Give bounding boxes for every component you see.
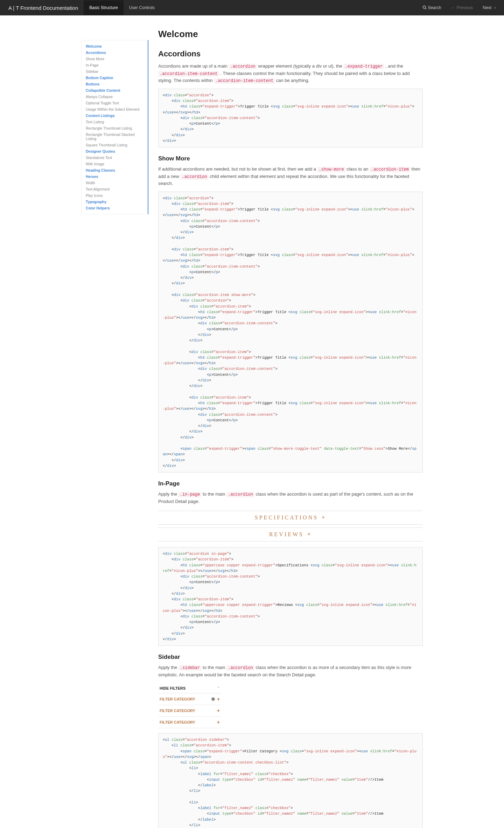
demo-row-specifications[interactable]: SPECIFICATIONS+ — [158, 511, 423, 525]
main-content: Welcome Accordions Accordions are made u… — [158, 15, 423, 828]
code-item-content: .accordion-item-content — [158, 71, 219, 77]
prev-label: Previous — [457, 5, 473, 10]
code-acc-sidebar: .accordion — [226, 665, 254, 671]
sidebar-item-collapsible-content[interactable]: Collapsible Content — [82, 87, 148, 94]
sidebar-item-text-listing[interactable]: Text Listing — [82, 119, 148, 125]
top-nav: A | T Frontend Documentation Basic Struc… — [0, 0, 504, 15]
next-button[interactable]: Next → — [478, 2, 501, 14]
sidebar-item-sidebar[interactable]: Sidebar — [82, 68, 148, 75]
code-inpage: .in-page — [178, 492, 202, 497]
code-block-2: <div class="accordion"> <div class="acco… — [158, 192, 423, 473]
demo-filter-cat-2[interactable]: FILTER CATEGORY+ — [158, 705, 221, 717]
code-acc-item: .accordion-item — [370, 167, 410, 172]
sidebar-item-heading-classes[interactable]: Heading Classes — [82, 167, 148, 173]
arrow-right-icon: → — [493, 5, 497, 10]
sidebar-item-designer-quotes[interactable]: Designer Quotes — [82, 148, 148, 154]
search-label: Search — [428, 5, 441, 10]
sidebar-item-accordions[interactable]: Accordions — [82, 49, 148, 56]
sidebar-item-color-helpers[interactable]: Color Helpers — [82, 205, 148, 211]
sidebar-item-in-page[interactable]: In-Page — [82, 62, 148, 68]
inpage-desc: Apply the .in-page to the main .accordio… — [158, 491, 423, 505]
search-icon — [422, 5, 427, 11]
code-showmore: .show-more — [317, 167, 345, 172]
sidebar-item-width[interactable]: Width — [82, 180, 148, 186]
demo-row-reviews[interactable]: REVIEWS+ — [158, 527, 423, 541]
section-accordions: Accordions — [158, 49, 423, 58]
prev-button[interactable]: ← Previous — [447, 2, 477, 14]
next-label: Next — [483, 5, 491, 10]
sidebar-item-show-more[interactable]: Show More — [82, 56, 148, 62]
arrow-left-icon: ← — [451, 5, 455, 10]
sidebar-desc: Apply the .sidebar to the main .accordio… — [158, 664, 423, 678]
plus-icon: + — [217, 696, 220, 702]
sidebar-item-bottom-caption[interactable]: Bottom Caption — [82, 75, 148, 81]
code-accordion: .accordion — [229, 64, 257, 69]
section-showmore: Show More — [158, 155, 423, 162]
code-acc-inpage: .accordion — [226, 492, 254, 497]
code-item-content-2: .accordion-item-content — [214, 78, 275, 84]
plus-icon: + — [217, 708, 220, 713]
code-block-1: <div class="accordion"> <div class="acco… — [158, 89, 423, 147]
sidebar-item-optional-toggle-text[interactable]: Optional Toggle Text — [82, 100, 148, 106]
section-inpage: In-Page — [158, 480, 423, 487]
code-block-3: <div class="accordion in-page"> <div cla… — [158, 547, 423, 646]
sidebar-item-standalone-text[interactable]: Standalone Text — [82, 154, 148, 161]
brand-title: A | T Frontend Documentation — [3, 5, 84, 11]
tab-user-controls[interactable]: User Controls — [124, 0, 160, 15]
code-block-4: <ul class="accordion sidebar"> <li class… — [158, 733, 423, 828]
plus-icon: + — [307, 531, 312, 538]
svg-point-0 — [423, 6, 426, 8]
sidebar-item-rectangle-thumbnail-stacked-listing[interactable]: Rectangle Thumbnail Stacked Listing — [82, 131, 148, 142]
sidebar-item-content-listings[interactable]: Content Listings — [82, 112, 148, 119]
demo-filter-cat-1[interactable]: FILTER CATEGORY + — [158, 694, 221, 705]
sidebar-item-welcome[interactable]: Welcome — [82, 43, 148, 49]
demo-hide-filters[interactable]: HIDE FILTERS⌃ — [158, 683, 221, 694]
sidebar-item-play-icons[interactable]: Play Icons — [82, 192, 148, 199]
section-sidebar: Sidebar — [158, 654, 423, 661]
plus-icon: + — [322, 515, 326, 521]
sidebar-item-text-alignment[interactable]: Text Alignment — [82, 186, 148, 192]
sidebar-item-buttons[interactable]: Buttons — [82, 81, 148, 87]
page-title: Welcome — [158, 29, 423, 40]
showmore-desc: If additional accordions are needed, but… — [158, 166, 423, 187]
sidebar-item-typography[interactable]: Typography — [82, 199, 148, 205]
sidebar-item-rectangle-thumbnail-listing[interactable]: Rectangle Thumbnail Listing — [82, 125, 148, 131]
sidebar-item-always-collapse[interactable]: Always Collapse — [82, 94, 148, 100]
svg-line-1 — [425, 8, 426, 9]
plus-icon: + — [217, 719, 220, 725]
chevron-up-icon: ⌃ — [217, 686, 220, 690]
sidebar-item-usage-within-the-select-element[interactable]: Usage Within the Select Element — [82, 106, 148, 112]
status-dot-icon — [211, 697, 215, 701]
demo-inpage: SPECIFICATIONS+ REVIEWS+ — [158, 511, 423, 541]
nav-tabs: Basic Structure User Controls — [84, 0, 160, 15]
sidebar-item-heroes[interactable]: Heroes — [82, 173, 148, 180]
search-button[interactable]: Search — [418, 2, 446, 14]
sidebar-item-with-image[interactable]: With Image — [82, 161, 148, 167]
sidebar-item-square-thumbnail-listing[interactable]: Square Thumbnail Listing — [82, 142, 148, 148]
accordions-desc: Accordions are made up of a main .accord… — [158, 63, 423, 84]
demo-sidebar: HIDE FILTERS⌃ FILTER CATEGORY + FILTER C… — [158, 683, 221, 728]
sidebar-nav: WelcomeAccordionsShow MoreIn-PageSidebar… — [81, 40, 148, 828]
code-expand-trigger: .expand-trigger — [343, 64, 384, 69]
code-sidebar: .sidebar — [178, 665, 202, 671]
code-acc: .accordion — [181, 174, 209, 180]
demo-filter-cat-3[interactable]: FILTER CATEGORY+ — [158, 717, 221, 728]
tab-basic-structure[interactable]: Basic Structure — [84, 0, 123, 15]
